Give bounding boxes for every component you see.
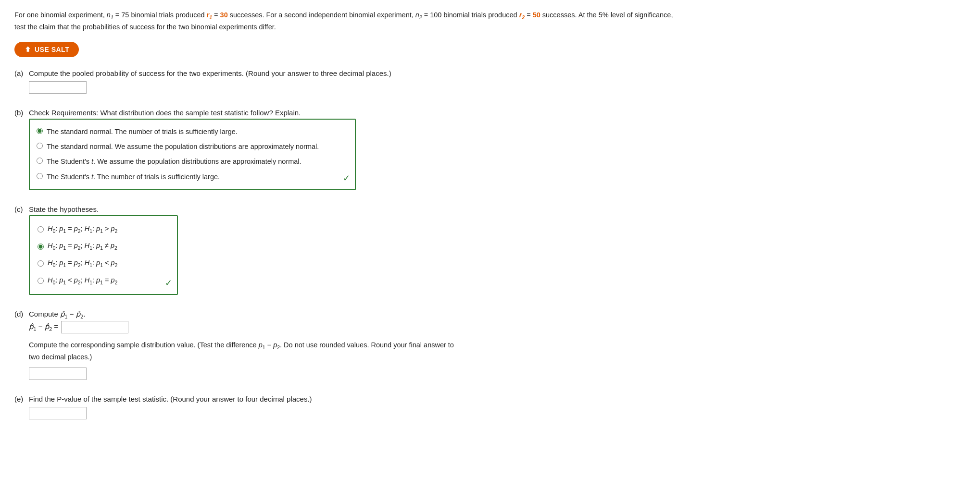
part-c-option-2[interactable]: H0: p1 = p2; H1: p1 < p2: [38, 255, 169, 272]
part-a-letter: (a): [14, 68, 24, 79]
part-b-question: Check Requirements: What distribution do…: [29, 107, 301, 119]
part-b-option-1-label: The standard normal. We assume the popul…: [47, 141, 319, 152]
part-c-option-3-label: H0: p1 < p2; H1: p1 = p2: [48, 275, 117, 287]
part-c-radio-2[interactable]: [38, 260, 44, 267]
part-d-letter: (d): [14, 308, 24, 320]
part-c-radio-3[interactable]: [38, 278, 44, 284]
part-e: (e) Find the P-value of the sample test …: [14, 393, 966, 419]
salt-button-label: USE SALT: [35, 46, 69, 53]
part-e-input[interactable]: [29, 407, 87, 419]
part-b-checkmark: ✓: [343, 172, 350, 185]
part-b-letter: (b): [14, 107, 24, 119]
part-c-options-box: H0: p1 = p2; H1: p1 > p2 H0: p1 = p2; H1…: [29, 215, 178, 295]
part-c-letter: (c): [14, 204, 24, 215]
part-d: (d) Compute p̂1 − p̂2. p̂1 − p̂2 = Compu…: [14, 308, 966, 380]
part-c-option-0-label: H0: p1 = p2; H1: p1 > p2: [48, 223, 117, 236]
part-c-option-3[interactable]: H0: p1 < p2; H1: p1 = p2: [38, 272, 169, 290]
part-b-option-2-label: The Student's t. We assume the populatio…: [47, 156, 302, 167]
part-d-input[interactable]: [61, 321, 128, 333]
part-c-radio-1[interactable]: [38, 244, 44, 250]
part-c-checkmark: ✓: [165, 276, 172, 290]
part-d-sample-question: Compute the corresponding sample distrib…: [29, 340, 462, 363]
part-b-options-box: The standard normal. The number of trial…: [29, 119, 356, 190]
part-c-question: State the hypotheses.: [29, 204, 99, 215]
part-d-label: p̂1 − p̂2 =: [29, 321, 58, 333]
part-b-option-1[interactable]: The standard normal. We assume the popul…: [37, 139, 348, 154]
part-c-radio-0[interactable]: [38, 226, 44, 233]
part-d-sample-input[interactable]: [29, 368, 87, 380]
part-b-radio-2[interactable]: [37, 158, 43, 164]
part-c-option-1[interactable]: H0: p1 = p2; H1: p1 ≠ p2: [38, 238, 169, 255]
part-b-option-3-label: The Student's t. The number of trials is…: [47, 172, 220, 183]
part-c-option-2-label: H0: p1 = p2; H1: p1 < p2: [48, 257, 117, 270]
part-e-letter: (e): [14, 393, 24, 405]
part-a-input[interactable]: [29, 81, 87, 94]
part-b-radio-3[interactable]: [37, 173, 43, 179]
part-b-radio-1[interactable]: [37, 143, 43, 149]
part-b-option-2[interactable]: The Student's t. We assume the populatio…: [37, 154, 348, 169]
part-e-question: Find the P-value of the sample test stat…: [29, 393, 312, 405]
part-b-option-0-label: The standard normal. The number of trial…: [47, 126, 238, 137]
problem-text: For one binomial experiment, n1 = 75 bin…: [14, 10, 688, 33]
part-b-option-0[interactable]: The standard normal. The number of trial…: [37, 124, 348, 139]
part-b-option-3[interactable]: The Student's t. The number of trials is…: [37, 170, 348, 184]
part-d-compute-question: Compute p̂1 − p̂2.: [29, 308, 85, 321]
part-c-option-1-label: H0: p1 = p2; H1: p1 ≠ p2: [48, 240, 117, 253]
part-b-radio-0[interactable]: [37, 128, 43, 134]
salt-icon: [24, 46, 32, 53]
use-salt-button[interactable]: USE SALT: [14, 42, 79, 57]
part-c-option-0[interactable]: H0: p1 = p2; H1: p1 > p2: [38, 221, 169, 238]
part-b: (b) Check Requirements: What distributio…: [14, 107, 966, 190]
part-c: (c) State the hypotheses. H0: p1 = p2; H…: [14, 204, 966, 295]
part-a: (a) Compute the pooled probability of su…: [14, 68, 966, 94]
part-a-question: Compute the pooled probability of succes…: [29, 68, 391, 79]
